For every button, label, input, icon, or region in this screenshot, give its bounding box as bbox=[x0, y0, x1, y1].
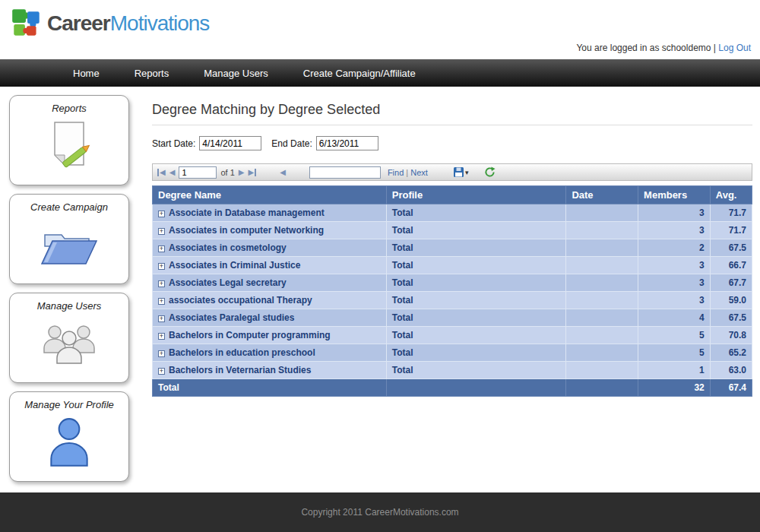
table-row: +Bachelors in education preschoolTotal56… bbox=[153, 344, 752, 362]
copyright-text: Copyright 2011 CareerMotivations.com bbox=[301, 507, 458, 518]
refresh-button[interactable] bbox=[484, 166, 496, 178]
report-main: Degree Matching by Degree Selected Start… bbox=[144, 87, 760, 492]
profile-cell: Total bbox=[386, 344, 566, 362]
last-page-icon[interactable]: ▶ bbox=[248, 169, 256, 176]
avg-cell: 65.2 bbox=[710, 344, 752, 362]
table-row: +Bachelors in Veternarian StudiesTotal16… bbox=[153, 362, 752, 379]
sidebar-card-manage-users-label: Manage Users bbox=[10, 300, 128, 312]
profile-cell: Total bbox=[386, 362, 566, 379]
first-page-icon[interactable]: ◀ bbox=[157, 169, 166, 176]
start-date-label: Start Date: bbox=[152, 138, 195, 149]
degree-cell: +Associates Legal secretary bbox=[153, 274, 387, 292]
expand-icon[interactable]: + bbox=[158, 315, 165, 322]
table-row: +Associate in Database managementTotal37… bbox=[153, 204, 752, 222]
nav-item-reports[interactable]: Reports bbox=[135, 68, 169, 79]
date-cell bbox=[566, 257, 638, 274]
sidebar-card-manage-users[interactable]: Manage Users bbox=[9, 293, 129, 383]
document-pencil-icon bbox=[10, 114, 128, 179]
sidebar-card-manage-profile[interactable]: Manage Your Profile bbox=[9, 391, 129, 482]
brand-motivations: Motivations bbox=[110, 11, 210, 35]
date-cell bbox=[566, 239, 638, 257]
export-disk-icon bbox=[453, 166, 464, 178]
expand-icon[interactable]: + bbox=[158, 280, 165, 287]
degree-name: Associates in computer Networking bbox=[169, 225, 324, 236]
degree-name: Associates Paralegal studies bbox=[169, 312, 294, 323]
avg-cell: 71.7 bbox=[710, 222, 752, 239]
profile-cell: Total bbox=[386, 292, 566, 309]
degree-cell: +Associates in Criminal Justice bbox=[153, 257, 387, 274]
profile-cell: Total bbox=[386, 309, 566, 327]
profile-cell: Total bbox=[386, 204, 566, 222]
sidebar-card-reports-label: Reports bbox=[10, 103, 128, 114]
header-avg: Avg. bbox=[710, 186, 752, 204]
header-date: Date bbox=[566, 186, 638, 204]
avg-cell: 70.8 bbox=[710, 327, 752, 344]
nav-item-create-campaign[interactable]: Create Campaign/Affiliate bbox=[303, 68, 416, 79]
degree-name: Bachelors in Veternarian Studies bbox=[169, 365, 311, 375]
header-degree-name: Degree Name bbox=[153, 186, 387, 204]
sidebar-card-create-campaign-label: Create Campaign bbox=[10, 201, 128, 213]
expand-icon[interactable]: + bbox=[158, 298, 165, 305]
table-row: +Associates Legal secretaryTotal367.7 bbox=[153, 274, 752, 292]
page-title: Degree Matching by Degree Selected bbox=[152, 102, 752, 125]
degree-cell: +Associates Paralegal studies bbox=[153, 309, 387, 327]
next-page-icon[interactable]: ▶ bbox=[239, 169, 245, 176]
members-cell: 5 bbox=[638, 344, 711, 362]
sidebar-card-manage-profile-label: Manage Your Profile bbox=[10, 399, 128, 410]
profile-cell: Total bbox=[386, 327, 566, 344]
find-next-link[interactable]: Next bbox=[410, 168, 428, 177]
export-button[interactable]: ▾ bbox=[453, 166, 469, 178]
table-row: +Associates in Criminal JusticeTotal366.… bbox=[153, 257, 752, 274]
find-link[interactable]: Find bbox=[388, 168, 404, 177]
end-date-input[interactable] bbox=[316, 136, 378, 150]
degree-name: Bachelors in education preschool bbox=[169, 347, 315, 358]
find-links: Find | Next bbox=[388, 168, 428, 177]
total-members-cell: 32 bbox=[638, 379, 711, 397]
date-cell bbox=[566, 362, 638, 379]
back-to-parent-icon[interactable]: ◀ bbox=[280, 169, 286, 176]
person-icon bbox=[10, 410, 128, 476]
avg-cell: 71.7 bbox=[710, 204, 752, 222]
degree-cell: +associates occupational Therapy bbox=[153, 292, 387, 309]
login-status-line: You are logged in as schooldemo | Log Ou… bbox=[576, 43, 751, 53]
members-cell: 3 bbox=[638, 204, 711, 222]
nav-item-home[interactable]: Home bbox=[73, 68, 100, 79]
sidebar-card-reports[interactable]: Reports bbox=[9, 95, 129, 185]
end-date-label: End Date: bbox=[271, 138, 312, 149]
expand-icon[interactable]: + bbox=[158, 368, 165, 375]
refresh-icon bbox=[484, 166, 496, 178]
table-row: +Bachelors in Computer programmingTotal5… bbox=[153, 327, 752, 344]
expand-icon[interactable]: + bbox=[158, 333, 165, 340]
profile-cell: Total bbox=[386, 274, 566, 292]
date-cell bbox=[566, 204, 638, 222]
logout-link[interactable]: Log Out bbox=[718, 43, 751, 53]
total-avg-cell: 67.4 bbox=[710, 379, 752, 397]
prev-page-icon[interactable]: ◀ bbox=[169, 169, 176, 176]
header-members: Members bbox=[638, 186, 711, 204]
start-date-input[interactable] bbox=[199, 136, 261, 150]
table-row: +Associates in cosmetologyTotal267.5 bbox=[153, 239, 752, 257]
table-row: +Associates in computer NetworkingTotal3… bbox=[153, 222, 752, 239]
degree-cell: +Associate in Database management bbox=[153, 204, 387, 222]
expand-icon[interactable]: + bbox=[158, 245, 165, 252]
expand-icon[interactable]: + bbox=[158, 350, 165, 357]
export-dropdown-caret-icon: ▾ bbox=[465, 169, 469, 176]
members-cell: 3 bbox=[638, 257, 711, 274]
puzzle-logo-icon bbox=[9, 6, 44, 41]
date-filter-row: Start Date: End Date: bbox=[152, 136, 752, 150]
total-label-cell: Total bbox=[153, 379, 387, 397]
page-number-input[interactable] bbox=[179, 166, 217, 179]
content-area: Reports Create Campaign bbox=[0, 87, 760, 492]
sidebar-card-create-campaign[interactable]: Create Campaign bbox=[9, 194, 129, 284]
table-row: +associates occupational TherapyTotal359… bbox=[153, 292, 752, 309]
nav-item-manage-users[interactable]: Manage Users bbox=[204, 68, 268, 79]
users-group-icon bbox=[10, 312, 128, 377]
main-nav: Home Reports Manage Users Create Campaig… bbox=[0, 59, 760, 87]
sidebar: Reports Create Campaign bbox=[0, 87, 144, 492]
expand-icon[interactable]: + bbox=[158, 263, 165, 270]
expand-icon[interactable]: + bbox=[158, 211, 165, 217]
site-footer: Copyright 2011 CareerMotivations.com bbox=[0, 492, 760, 532]
find-text-input[interactable] bbox=[309, 166, 381, 179]
expand-icon[interactable]: + bbox=[158, 228, 165, 235]
page-count-label: of 1 bbox=[220, 168, 234, 177]
